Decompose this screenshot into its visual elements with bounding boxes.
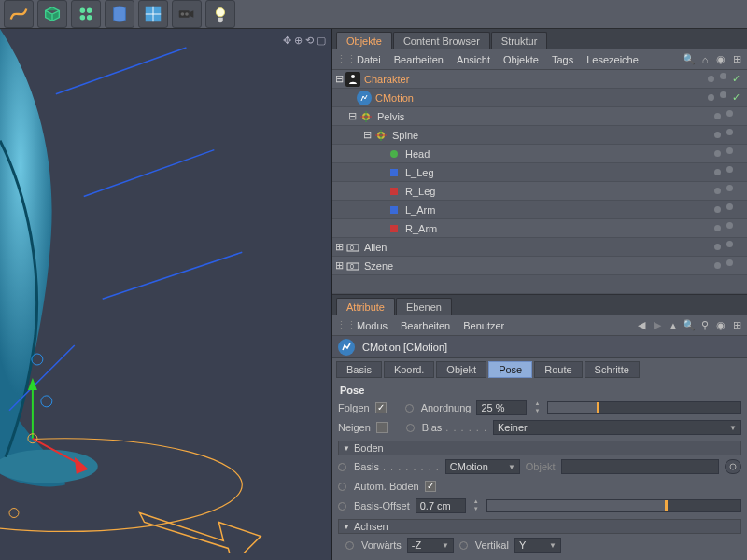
node-rleg[interactable]: R_Leg [405,186,435,197]
anim-toggle[interactable] [406,424,415,432]
expander-icon[interactable]: ⊟ [334,75,344,84]
visibility-dot[interactable] [714,169,721,175]
visibility-dot[interactable] [714,244,721,250]
node-lleg[interactable]: L_Leg [405,167,434,178]
node-szene[interactable]: Szene [364,260,393,272]
menu-tags[interactable]: Tags [546,54,579,65]
tool-array-icon[interactable] [71,0,101,28]
tab-objects[interactable]: Objekte [336,32,392,49]
expand-icon[interactable]: ⊞ [730,53,743,66]
nav-back-icon[interactable]: ◀ [635,319,648,332]
node-head[interactable]: Head [405,148,430,160]
visibility-dot[interactable] [714,132,721,138]
visibility-dot[interactable] [726,259,733,266]
dropdown-vertikal[interactable]: Y▼ [514,538,561,553]
enabled-check-icon[interactable]: ✓ [732,91,740,104]
enabled-check-icon[interactable]: ✓ [732,73,740,85]
slider-basis-offset[interactable] [486,499,741,512]
node-alien[interactable]: Alien [364,242,387,253]
grip-icon[interactable]: ⋮⋮ [336,53,349,66]
visibility-dot[interactable] [726,147,733,154]
node-rarm[interactable]: R_Arm [405,223,437,234]
tab-structure[interactable]: Struktur [491,32,548,49]
tool-spline-icon[interactable] [4,0,34,28]
home-icon[interactable]: ⌂ [698,53,712,66]
subtab-koord[interactable]: Koord. [384,361,434,378]
tool-deformer-icon[interactable] [105,0,134,28]
tab-attribute[interactable]: Attribute [336,298,395,315]
visibility-dot[interactable] [708,76,714,82]
node-cmotion[interactable]: CMotion [375,92,414,104]
tool-camera-icon[interactable] [172,0,202,28]
dropdown-bias[interactable]: Keiner▼ [493,420,741,435]
dropdown-vorwarts[interactable]: -Z▼ [407,538,454,553]
tool-light-icon[interactable] [205,0,235,28]
visibility-dot[interactable] [714,225,721,231]
visibility-dot[interactable] [726,129,733,135]
visibility-dot[interactable] [726,241,733,247]
menu-view[interactable]: Ansicht [451,54,496,65]
visibility-dot[interactable] [726,185,733,191]
expander-icon[interactable]: ⊟ [362,131,372,140]
tool-floor-icon[interactable] [138,0,168,28]
subtab-pose[interactable]: Pose [488,361,532,378]
menu-mode[interactable]: Modus [351,320,393,331]
tool-cube-icon[interactable] [37,0,67,28]
search-icon[interactable]: 🔍 [683,319,696,332]
nav-fwd-icon[interactable]: ▶ [651,319,664,332]
tab-content-browser[interactable]: Content Browser [393,32,490,49]
subtab-objekt[interactable]: Objekt [436,361,486,378]
visibility-dot[interactable] [726,166,733,173]
expand-icon[interactable]: ⊞ [730,319,743,332]
group-achsen[interactable]: ▼Achsen [338,519,741,534]
viewport-3d[interactable]: ✥ ⊕ ⟲ ▢ [0,29,332,560]
spinner-basis-offset[interactable]: ▲▼ [472,498,481,513]
search-icon[interactable]: 🔍 [683,53,696,66]
subtab-basis[interactable]: Basis [336,361,382,378]
anim-toggle[interactable] [345,541,354,550]
anim-toggle[interactable] [338,502,346,511]
anim-toggle[interactable] [405,404,414,413]
menu-edit[interactable]: Bearbeiten [388,54,449,65]
slider-anordnung[interactable] [547,401,741,414]
anim-toggle[interactable] [338,483,346,491]
field-basis-offset[interactable]: 0.7 cm [416,498,466,513]
visibility-dot[interactable] [714,206,721,213]
visibility-dot[interactable] [714,150,721,157]
pick-object-icon[interactable] [725,459,741,474]
visibility-dot[interactable] [708,94,714,101]
checkbox-neigen[interactable] [376,422,388,433]
spinner-anordnung[interactable]: ▲▼ [532,400,542,415]
subtab-route[interactable]: Route [534,361,582,378]
new-icon[interactable]: ◉ [714,319,727,332]
visibility-dot[interactable] [726,110,733,117]
node-larm[interactable]: L_Arm [405,204,435,216]
group-boden[interactable]: ▼Boden [338,441,741,455]
menu-edit[interactable]: Bearbeiten [395,320,456,331]
field-objekt[interactable] [561,459,719,474]
grip-icon[interactable]: ⋮⋮ [336,319,349,332]
node-charakter[interactable]: Charakter [364,74,409,85]
field-anordnung[interactable]: 25 % [476,400,527,415]
visibility-dot[interactable] [720,91,726,98]
visibility-dot[interactable] [714,262,721,269]
menu-bookmarks[interactable]: Lesezeiche [581,54,644,65]
nav-up-icon[interactable]: ▲ [667,319,680,332]
visibility-dot[interactable] [726,222,733,229]
node-spine[interactable]: Spine [392,130,418,141]
dropdown-basis[interactable]: CMotion▼ [445,459,520,474]
menu-user[interactable]: Benutzer [458,320,510,331]
anim-toggle[interactable] [338,463,346,471]
lock-icon[interactable]: ⚲ [698,319,712,332]
visibility-dot[interactable] [714,188,721,194]
node-pelvis[interactable]: Pelvis [377,111,404,122]
expander-icon[interactable]: ⊞ [334,243,344,252]
checkbox-autom-boden[interactable] [425,481,436,492]
visibility-dot[interactable] [720,73,726,79]
checkbox-folgen[interactable] [375,402,387,413]
subtab-schritte[interactable]: Schritte [585,361,640,378]
expander-icon[interactable]: ⊟ [347,112,357,121]
tab-layers[interactable]: Ebenen [396,298,452,315]
expander-icon[interactable]: ⊞ [334,261,344,271]
menu-file[interactable]: Datei [351,54,387,65]
